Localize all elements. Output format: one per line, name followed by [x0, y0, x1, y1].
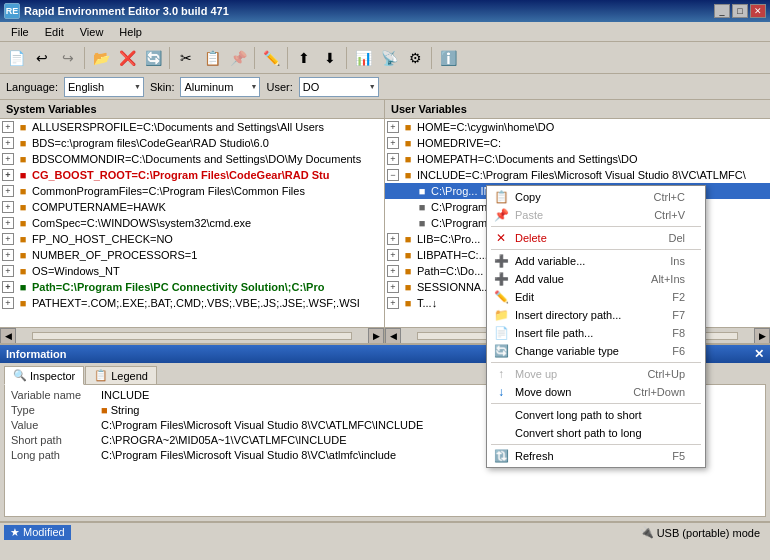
expand-icon[interactable]: +	[2, 233, 14, 245]
toolbar-info[interactable]: ℹ️	[436, 46, 460, 70]
skin-select[interactable]: Aluminum	[180, 77, 260, 97]
ctx-add-var-label: Add variable...	[515, 255, 585, 267]
expand-icon[interactable]: +	[2, 265, 14, 277]
uservar-include[interactable]: − ■ INCLUDE=C:\Program Files\Microsoft V…	[385, 167, 770, 183]
maximize-button[interactable]: □	[732, 4, 748, 18]
app-window: RE Rapid Environment Editor 3.0 build 47…	[0, 0, 770, 560]
expand-icon[interactable]: +	[2, 169, 14, 181]
ctx-change-type-label: Change variable type	[515, 345, 619, 357]
toolbar-move-up[interactable]: ⬆	[292, 46, 316, 70]
menu-file[interactable]: File	[4, 23, 36, 41]
minimize-button[interactable]: _	[714, 4, 730, 18]
ctx-add-variable[interactable]: ➕ Add variable... Ins	[487, 252, 705, 270]
sysvar-bdscommondir[interactable]: + ■ BDSCOMMONDIR=C:\Documents and Settin…	[0, 151, 384, 167]
tab-inspector[interactable]: 🔍 Inspector	[4, 366, 84, 385]
expand-icon[interactable]: +	[387, 297, 399, 309]
ctx-convert-long-to-short[interactable]: Convert long path to short	[487, 406, 705, 424]
toolbar-refresh[interactable]: 🔄	[141, 46, 165, 70]
toolbar-move-down[interactable]: ⬇	[318, 46, 342, 70]
scroll-right-btn[interactable]: ▶	[368, 328, 384, 344]
expand-icon[interactable]: +	[2, 153, 14, 165]
sysvar-fpnohostcheck[interactable]: + ■ FP_NO_HOST_CHECK=NO	[0, 231, 384, 247]
var-icon: ■	[16, 232, 30, 246]
sysvar-numproc[interactable]: + ■ NUMBER_OF_PROCESSORS=1	[0, 247, 384, 263]
ctx-edit[interactable]: ✏️ Edit F2	[487, 288, 705, 306]
expand-icon[interactable]: +	[387, 153, 399, 165]
expand-icon[interactable]: +	[2, 297, 14, 309]
ctx-sep5	[491, 444, 701, 445]
ctx-delete[interactable]: ✕ Delete Del	[487, 229, 705, 247]
user-select[interactable]: DO	[299, 77, 379, 97]
expand-icon[interactable]: +	[2, 137, 14, 149]
menu-help[interactable]: Help	[112, 23, 149, 41]
toolbar-delete[interactable]: ❌	[115, 46, 139, 70]
toolbar-open[interactable]: 📂	[89, 46, 113, 70]
ctx-add-val-label: Add value	[515, 273, 564, 285]
expand-icon[interactable]: +	[2, 185, 14, 197]
ctx-edit-label: Edit	[515, 291, 534, 303]
language-select[interactable]: English	[64, 77, 144, 97]
close-button[interactable]: ✕	[750, 4, 766, 18]
change-type-icon: 🔄	[493, 343, 509, 359]
expand-icon[interactable]: +	[387, 233, 399, 245]
sysvar-commonprogramfiles[interactable]: + ■ CommonProgramFiles=C:\Program Files\…	[0, 183, 384, 199]
expand-icon[interactable]: +	[387, 249, 399, 261]
info-type-label: Type	[11, 404, 101, 416]
language-label: Language:	[6, 81, 58, 93]
toolbar-undo[interactable]: ↩	[30, 46, 54, 70]
expand-icon[interactable]: +	[387, 137, 399, 149]
toolbar-paste[interactable]: 📌	[226, 46, 250, 70]
ctx-insert-file[interactable]: 📄 Insert file path... F8	[487, 324, 705, 342]
system-variables-list[interactable]: + ■ ALLUSERSPROFILE=C:\Documents and Set…	[0, 119, 384, 327]
ctx-change-type[interactable]: 🔄 Change variable type F6	[487, 342, 705, 360]
toolbar-edit[interactable]: ✏️	[259, 46, 283, 70]
sysvar-comspec[interactable]: + ■ ComSpec=C:\WINDOWS\system32\cmd.exe	[0, 215, 384, 231]
expand-icon[interactable]: +	[387, 281, 399, 293]
scroll-track[interactable]	[32, 332, 352, 340]
expand-icon[interactable]: +	[2, 217, 14, 229]
expand-icon[interactable]: +	[2, 201, 14, 213]
add-var-icon: ➕	[493, 253, 509, 269]
sysvar-allusersprofile[interactable]: + ■ ALLUSERSPROFILE=C:\Documents and Set…	[0, 119, 384, 135]
toolbar-redo[interactable]: ↪	[56, 46, 80, 70]
ctx-convert-short-to-long[interactable]: Convert short path to long	[487, 424, 705, 442]
tab-inspector-label: Inspector	[30, 370, 75, 382]
expand-icon[interactable]: +	[2, 249, 14, 261]
uservar-homepath[interactable]: + ■ HOMEPATH=C:\Documents and Settings\D…	[385, 151, 770, 167]
menu-view[interactable]: View	[73, 23, 111, 41]
ctx-refresh[interactable]: 🔃 Refresh F5	[487, 447, 705, 465]
expand-icon[interactable]: −	[387, 169, 399, 181]
scroll-right-btn[interactable]: ▶	[754, 328, 770, 344]
sysvar-path[interactable]: + ■ Path=C:\Program Files\PC Connectivit…	[0, 279, 384, 295]
toolbar-cut[interactable]: ✂	[174, 46, 198, 70]
var-icon: ■	[16, 152, 30, 166]
expand-icon[interactable]: +	[387, 265, 399, 277]
system-hscroll[interactable]: ◀ ▶	[0, 327, 384, 343]
scroll-left-btn[interactable]: ◀	[385, 328, 401, 344]
uservar-home[interactable]: + ■ HOME=C:\cygwin\home\DO	[385, 119, 770, 135]
ctx-add-value[interactable]: ➕ Add value Alt+Ins	[487, 270, 705, 288]
ctx-move-down[interactable]: ↓ Move down Ctrl+Down	[487, 383, 705, 401]
sysvar-computername[interactable]: + ■ COMPUTERNAME=HAWK	[0, 199, 384, 215]
expand-icon[interactable]: +	[2, 121, 14, 133]
expand-icon[interactable]: +	[387, 121, 399, 133]
ctx-copy[interactable]: 📋 Copy Ctrl+C	[487, 188, 705, 206]
menu-edit[interactable]: Edit	[38, 23, 71, 41]
expand-icon[interactable]: +	[2, 281, 14, 293]
info-close-btn[interactable]: ✕	[754, 347, 764, 361]
ctx-refresh-shortcut: F5	[672, 450, 685, 462]
toolbar-settings[interactable]: ⚙	[403, 46, 427, 70]
sysvar-bds[interactable]: + ■ BDS=c:\program files\CodeGear\RAD St…	[0, 135, 384, 151]
var-icon: ■	[401, 232, 415, 246]
scroll-left-btn[interactable]: ◀	[0, 328, 16, 344]
toolbar-copy[interactable]: 📋	[200, 46, 224, 70]
sysvar-pathext[interactable]: + ■ PATHEXT=.COM;.EXE;.BAT;.CMD;.VBS;.VB…	[0, 295, 384, 311]
toolbar-chart[interactable]: 📊	[351, 46, 375, 70]
toolbar-network[interactable]: 📡	[377, 46, 401, 70]
uservar-homedrive[interactable]: + ■ HOMEDRIVE=C:	[385, 135, 770, 151]
sysvar-os[interactable]: + ■ OS=Windows_NT	[0, 263, 384, 279]
tab-legend[interactable]: 📋 Legend	[85, 366, 157, 384]
sysvar-cgboostroot[interactable]: + ■ CG_BOOST_ROOT=C:\Program Files\CodeG…	[0, 167, 384, 183]
ctx-insert-dir[interactable]: 📁 Insert directory path... F7	[487, 306, 705, 324]
toolbar-new[interactable]: 📄	[4, 46, 28, 70]
